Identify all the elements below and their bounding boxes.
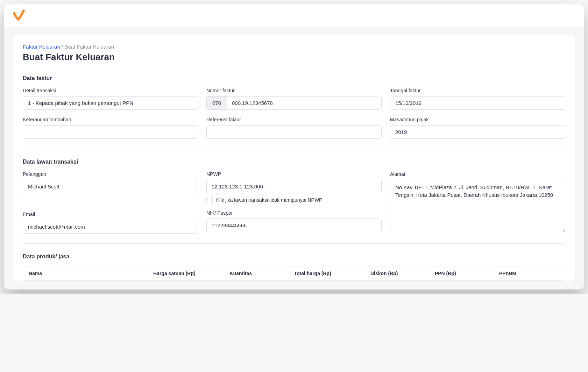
col-kuantitas: Kuantitas <box>229 271 290 276</box>
label-pelanggan: Pelanggan <box>23 171 198 177</box>
label-keterangan-tambahan: Keterangan tambahan <box>23 117 198 122</box>
col-nama: Nama <box>29 271 149 276</box>
input-tanggal-faktur[interactable] <box>390 96 565 110</box>
lawan-col-2: NPWP Klik jika lawan transaksi tidak mem… <box>206 171 382 234</box>
input-nomor-faktur[interactable] <box>227 96 381 109</box>
section-title-faktur: Data faktur <box>23 75 565 81</box>
topbar <box>4 4 584 27</box>
content-wrap: Faktur Keluaran / Buat Faktur Keluaran B… <box>4 27 584 289</box>
label-email: Email <box>23 212 198 217</box>
breadcrumb-separator: / <box>60 44 65 50</box>
checkbox-icon[interactable] <box>206 197 213 203</box>
input-pelanggan[interactable] <box>23 180 198 193</box>
field-email: Email <box>23 212 198 234</box>
app-shell: Faktur Keluaran / Buat Faktur Keluaran B… <box>4 4 584 289</box>
input-keterangan-tambahan[interactable] <box>23 125 198 139</box>
field-referensi-faktur: Referensi faktur <box>206 117 382 139</box>
col-harga-satuan: Harga satuan (Rp) <box>153 271 225 276</box>
field-masa-tahun-pajak: Masa/tahun pajak <box>390 117 565 139</box>
divider-2 <box>23 243 565 244</box>
col-diskon: Diskon (Rp) <box>370 271 431 276</box>
field-nomor-faktur: Nomor faktur 070 <box>206 88 382 110</box>
field-tanggal-faktur: Tanggal faktur <box>390 88 565 110</box>
field-pelanggan: Pelanggan <box>23 171 198 193</box>
col-ppnbm: PPnBM <box>499 271 559 276</box>
input-referensi-faktur[interactable] <box>206 125 382 139</box>
breadcrumb-parent-link[interactable]: Faktur Keluaran <box>23 44 60 50</box>
input-masa-tahun-pajak[interactable] <box>390 125 565 139</box>
breadcrumb: Faktur Keluaran / Buat Faktur Keluaran <box>23 44 565 50</box>
breadcrumb-current: Buat Faktur Keluaran <box>64 44 114 50</box>
field-detail-transaksi: Detail transaksi <box>23 88 198 110</box>
col-ppn: PPN (Rp) <box>435 271 495 276</box>
col-total-harga: Total harga (Rp) <box>294 271 366 276</box>
label-nik-paspor: NIK/ Paspor <box>206 210 382 216</box>
divider-1 <box>23 149 565 149</box>
label-tanggal-faktur: Tanggal faktur <box>390 88 565 93</box>
label-npwp: NPWP <box>206 171 382 177</box>
textarea-alamat[interactable] <box>390 180 565 232</box>
faktur-grid: Detail transaksi Nomor faktur 070 Tangga… <box>23 88 565 139</box>
logo-icon <box>13 9 25 22</box>
lawan-grid: Pelanggan Email NPWP Klik jika l <box>23 171 565 234</box>
input-group-nomor-faktur: 070 <box>206 96 382 110</box>
page-title: Buat Faktur Keluaran <box>23 52 565 63</box>
section-title-produk: Data produk/ jasa <box>23 253 565 260</box>
label-masa-tahun-pajak: Masa/tahun pajak <box>390 117 565 122</box>
produk-table-header: Nama Harga satuan (Rp) Kuantitas Total h… <box>23 266 565 281</box>
label-referensi-faktur: Referensi faktur <box>206 117 382 122</box>
lawan-col-1: Pelanggan Email <box>23 171 198 234</box>
field-nik-paspor: NIK/ Paspor <box>206 210 382 232</box>
input-npwp[interactable] <box>206 180 382 193</box>
main-card: Faktur Keluaran / Buat Faktur Keluaran B… <box>13 35 575 281</box>
section-title-lawan: Data lawan transaksi <box>23 159 565 165</box>
label-nomor-faktur: Nomor faktur <box>206 88 382 93</box>
nomor-faktur-prefix: 070 <box>207 96 227 109</box>
field-keterangan-tambahan: Keterangan tambahan <box>23 117 198 139</box>
input-detail-transaksi[interactable] <box>23 96 198 110</box>
field-alamat: Alamat <box>390 171 565 234</box>
input-email[interactable] <box>23 220 198 234</box>
label-detail-transaksi: Detail transaksi <box>23 88 198 93</box>
npwp-checkbox-row[interactable]: Klik jika lawan transaksi tidak mempunya… <box>206 197 382 203</box>
npwp-checkbox-label: Klik jika lawan transaksi tidak mempunya… <box>216 197 322 203</box>
field-npwp: NPWP Klik jika lawan transaksi tidak mem… <box>206 171 382 203</box>
input-nik-paspor[interactable] <box>206 219 382 232</box>
label-alamat: Alamat <box>390 171 565 177</box>
